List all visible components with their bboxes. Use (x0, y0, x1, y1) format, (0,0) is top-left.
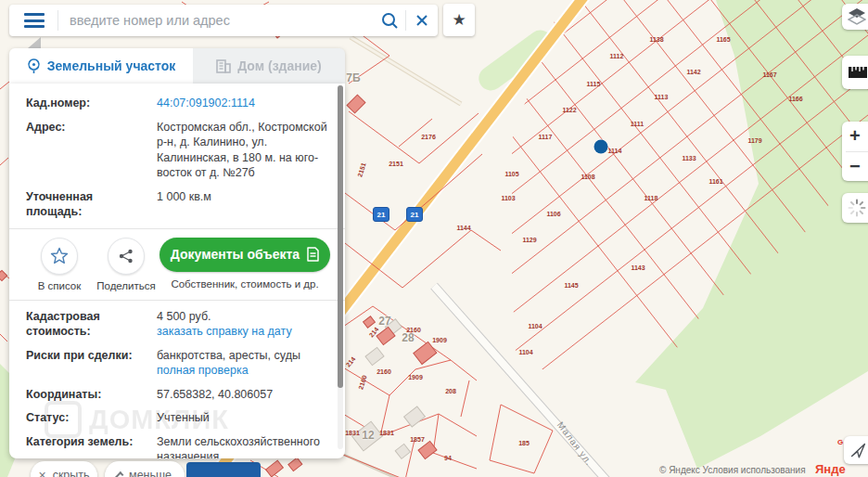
info-row-address: Адрес: Костромская обл., Костромской р-н… (26, 120, 330, 181)
category-value: Земли сельскохозяйственного назначения (157, 434, 330, 459)
star-icon: ★ (452, 10, 466, 30)
parcel-number-label: 2176 (421, 134, 436, 140)
share-button[interactable]: Поделиться (93, 238, 160, 291)
parcel-number-label: 1104 (528, 323, 542, 329)
address-value: Костромская обл., Костромской р-н, д. Ка… (157, 120, 330, 181)
parcel-number-label: 1105 (504, 171, 518, 177)
cta-button[interactable]: ко этот (186, 462, 261, 477)
zoom-out-button[interactable]: − (842, 152, 868, 182)
tab-label: Земельный участок (47, 58, 176, 73)
cad-number-link[interactable]: 44:07:091902:1114 (157, 96, 330, 111)
parcel-number-label: 1166 (788, 96, 802, 102)
parcel-number-label: 1103 (501, 195, 515, 201)
parcel-number-label: 1167 (762, 71, 776, 78)
map-measure-button[interactable] (842, 56, 868, 89)
geolocation-button[interactable] (844, 436, 868, 464)
less-label: меньше (129, 469, 172, 477)
documents-caption: Собственник, стоимость и др. (171, 278, 318, 290)
full-check-link[interactable]: полная проверка (157, 364, 249, 377)
parcel-number-label: 1113 (655, 94, 669, 100)
zoom-controls: + − (842, 122, 868, 181)
hide-panel-button[interactable]: × скрыть (31, 461, 97, 477)
row-label: Адрес: (26, 120, 151, 181)
parcel-info-panel: Кад.номер: 44:07:091902:1114 Адрес: Кост… (9, 84, 345, 458)
row-label: Уточненная площадь: (26, 189, 151, 220)
info-row-status: Статус: Учтенный (26, 410, 330, 426)
map-loading-spinner[interactable] (842, 193, 868, 223)
yandex-logo[interactable]: Янде (815, 462, 846, 476)
info-row-risks: Риски при сделки: банкротства, аресты, с… (26, 348, 330, 379)
action-caption: Поделиться (96, 280, 156, 291)
house-number-label: 27 (378, 315, 390, 328)
parcel-number-label: 1115 (587, 81, 601, 87)
parcel-number-label: 1129 (522, 237, 536, 243)
parcel-number-label: 1831 (345, 430, 360, 436)
menu-icon[interactable] (24, 13, 45, 28)
layers-icon (848, 8, 866, 25)
cadastral-map-app: { "search": { "placeholder": "введите но… (0, 0, 868, 477)
cta-label: ко этот (202, 472, 244, 477)
row-label: Кад.номер: (26, 96, 151, 111)
house-number-label: 12 (362, 429, 374, 442)
row-label: Кадастровая стоимость: (26, 309, 151, 340)
clear-icon[interactable] (406, 5, 438, 36)
selected-parcel-marker[interactable] (594, 140, 608, 154)
share-icon (119, 249, 134, 264)
parcel-number-label: 1165 (716, 36, 730, 43)
route-number-badge: 21 (373, 207, 389, 222)
info-row-area: Уточненная площадь: 1 000 кв.м (26, 189, 330, 220)
parcel-number-label: 1143 (631, 264, 645, 271)
info-row-category: Категория земель: Земли сельскохозяйстве… (26, 434, 330, 459)
parcel-number-label: 1179 (747, 137, 761, 144)
parcel-number-label: 94 (444, 455, 452, 461)
parcel-number-label: 2160 (377, 368, 391, 375)
favorites-button[interactable]: ★ (443, 4, 475, 36)
route-number-badge: 21 (406, 207, 423, 222)
parcel-number-label: 1122 (562, 107, 576, 113)
g-mark: G (837, 438, 843, 446)
parcel-number-label: 2151 (389, 161, 403, 167)
object-documents-button[interactable]: Документы объекта (160, 238, 330, 272)
risks-value: банкротства, аресты, суды (157, 349, 300, 362)
parcel-number-label: 1138 (649, 36, 663, 43)
parcel-number-label: 1161 (708, 178, 722, 185)
star-outline-icon (50, 247, 69, 264)
panel-fold-decoration (28, 37, 41, 48)
row-label: Координаты: (26, 387, 151, 403)
area-value: 1 000 кв.м (157, 189, 330, 220)
tab-land-parcel[interactable]: Земельный участок (9, 48, 193, 84)
add-to-list-button[interactable]: В список (26, 238, 93, 291)
tab-building[interactable]: Дом (здание) (193, 48, 345, 84)
search-icon[interactable] (374, 5, 405, 36)
panel-scrollbar[interactable] (338, 85, 343, 449)
map-layers-button[interactable] (842, 4, 868, 30)
show-less-button[interactable]: меньше (105, 461, 185, 477)
divider (9, 300, 345, 301)
house-number-label: 7Б (346, 71, 360, 84)
parcel-number-label: 1831 (379, 430, 394, 436)
info-row-cad-number: Кад.номер: 44:07:091902:1114 (26, 96, 330, 111)
map-attribution[interactable]: © Яндекс Условия использования (659, 465, 806, 475)
pin-icon (27, 58, 41, 74)
geolocation-icon (849, 442, 867, 459)
scrollbar-thumb[interactable] (338, 85, 343, 388)
zoom-out-icon: − (849, 156, 861, 177)
parcel-number-label: 208 (445, 388, 456, 394)
coordinates-value: 57.658382, 40.806057 (157, 387, 330, 403)
object-type-tabs: Земельный участок Дом (здание) (9, 48, 345, 84)
order-certificate-link[interactable]: заказать справку на дату (157, 325, 292, 338)
house-number-label: 28 (402, 331, 414, 344)
parcel-number-label: 1142 (686, 69, 700, 75)
ruler-icon (848, 64, 868, 81)
parcel-number-label: 1108 (581, 174, 594, 180)
parcel-number-label: 1104 (518, 349, 532, 355)
actions-row: В список Поделиться Документы объекта Со… (26, 238, 330, 291)
status-value: Учтенный (157, 410, 330, 426)
zoom-in-button[interactable]: + (842, 122, 868, 151)
search-bar (9, 5, 438, 36)
document-icon (307, 247, 319, 262)
info-row-coordinates: Координаты: 57.658382, 40.806057 (26, 387, 330, 403)
search-input[interactable] (58, 13, 374, 28)
parcel-number-label: 185 (518, 440, 530, 446)
parcel-number-label: 1145 (564, 282, 578, 289)
